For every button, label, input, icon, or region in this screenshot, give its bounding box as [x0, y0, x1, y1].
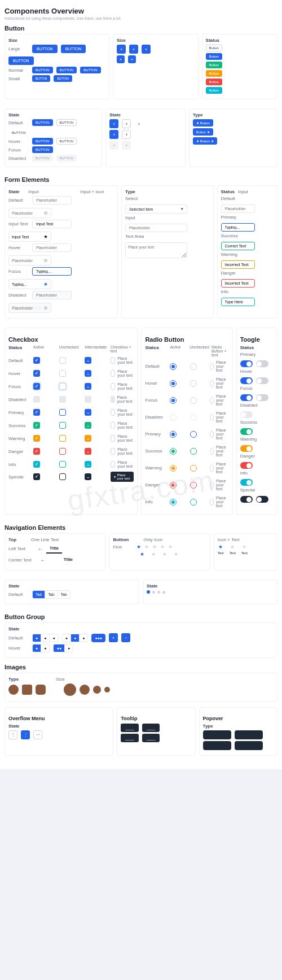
- input-focus[interactable]: [32, 267, 72, 276]
- ic-d1[interactable]: +: [109, 119, 118, 128]
- toggle-dark-off[interactable]: [256, 496, 268, 503]
- cb-def-t[interactable]: [111, 357, 115, 364]
- rb-s-t[interactable]: [210, 448, 214, 455]
- btn-status-primary[interactable]: Button: [206, 53, 222, 60]
- inputicon-focus[interactable]: ★: [8, 279, 51, 289]
- btn-small-2[interactable]: BUTTON: [54, 75, 72, 82]
- toggle-success[interactable]: [240, 428, 253, 435]
- cb-in-i[interactable]: –: [85, 461, 91, 468]
- cb-h-u[interactable]: [59, 370, 66, 377]
- btn-def3[interactable]: BUTTON: [8, 129, 29, 136]
- nav-star-4[interactable]: ★: [160, 544, 165, 550]
- cb-in-u[interactable]: [59, 461, 66, 468]
- bg-2c[interactable]: ●: [80, 634, 87, 642]
- dot-2[interactable]: [152, 591, 155, 594]
- rb-s-a[interactable]: [170, 448, 177, 455]
- toggle-warning[interactable]: [240, 445, 253, 452]
- rb-i-a[interactable]: [170, 499, 177, 506]
- nav-star-3[interactable]: ★: [152, 544, 157, 550]
- cb-dg-a[interactable]: ✓: [33, 448, 40, 455]
- input-text[interactable]: [32, 220, 72, 228]
- cb-dg-t[interactable]: [111, 448, 115, 455]
- rb-dg-u[interactable]: [190, 482, 197, 489]
- rb-d-a[interactable]: [170, 363, 177, 370]
- icon-btn-lg3[interactable]: +: [142, 45, 151, 54]
- cb-def-i[interactable]: –: [85, 357, 91, 364]
- btn-def[interactable]: BUTTON: [32, 119, 53, 126]
- cb-def-a[interactable]: ✓: [33, 357, 40, 364]
- cb-h-t[interactable]: [111, 370, 115, 377]
- input-default[interactable]: [32, 196, 72, 204]
- btn-status-default[interactable]: Button: [206, 45, 222, 51]
- dot-4[interactable]: [162, 591, 165, 594]
- bg-h2a[interactable]: ●●: [54, 644, 64, 652]
- status-input-default[interactable]: [221, 204, 255, 213]
- toggle-hover-off[interactable]: [256, 377, 268, 384]
- ic-h1[interactable]: +: [109, 130, 118, 139]
- cb-s-i[interactable]: –: [85, 422, 91, 429]
- btn-icon-both[interactable]: ★ Button ★: [193, 137, 217, 145]
- bg-1a[interactable]: ●: [33, 634, 41, 642]
- bg-2a[interactable]: ●: [63, 634, 71, 642]
- nav-item-2[interactable]: ★Text: [230, 544, 236, 555]
- rb-p-u[interactable]: [190, 431, 197, 438]
- nav-star-2[interactable]: ★: [144, 544, 149, 550]
- dot-3[interactable]: [157, 591, 160, 594]
- btn-icon-left[interactable]: ★ Button: [193, 119, 213, 127]
- nav-ic-2[interactable]: ★: [151, 551, 156, 557]
- select-field[interactable]: Selected item▾: [125, 204, 187, 214]
- textarea-field[interactable]: [125, 242, 187, 258]
- rb-i-u[interactable]: [190, 499, 197, 506]
- inputicon-hover[interactable]: ☆: [8, 255, 51, 265]
- nav-back-icon[interactable]: ←: [38, 546, 43, 552]
- toggle-danger[interactable]: [240, 462, 253, 469]
- inputicon-default[interactable]: ☆: [8, 208, 51, 218]
- cb-h-i[interactable]: –: [85, 370, 91, 377]
- toggle-primary-off[interactable]: [256, 360, 268, 367]
- inputicon-text[interactable]: ★: [8, 232, 51, 242]
- cb-sp-u[interactable]: [59, 473, 66, 480]
- overflow-btn-2[interactable]: ⋮: [21, 730, 30, 739]
- rb-d-t[interactable]: [210, 363, 214, 370]
- toggle-dark-on[interactable]: [240, 496, 253, 503]
- rb-h-u[interactable]: [190, 380, 197, 387]
- overflow-btn-3[interactable]: ⋯: [33, 730, 42, 739]
- icon-btn-lg[interactable]: +: [117, 45, 126, 54]
- rb-dg-t[interactable]: [210, 482, 214, 489]
- nav-ic-1[interactable]: ★: [140, 551, 144, 557]
- status-input-info[interactable]: [221, 298, 255, 306]
- rb-w-u[interactable]: [190, 465, 197, 472]
- toggle-info[interactable]: [240, 479, 253, 486]
- input-hover[interactable]: [32, 243, 72, 252]
- nav-ic-3[interactable]: ★: [162, 551, 167, 557]
- btn-large-2[interactable]: BUTTON: [61, 45, 86, 53]
- rb-f-a[interactable]: [170, 397, 177, 404]
- btn-small-1[interactable]: BUTTON: [32, 75, 50, 82]
- nav-title-1[interactable]: Title: [46, 544, 62, 554]
- cb-f-a[interactable]: ✓: [33, 383, 40, 390]
- cb-w-a[interactable]: ✓: [33, 435, 40, 442]
- btn-def2[interactable]: BUTTON: [56, 119, 77, 126]
- cb-w-t[interactable]: [111, 435, 115, 442]
- rb-dg-a[interactable]: [170, 482, 177, 489]
- btn-hov2[interactable]: BUTTON: [56, 138, 77, 145]
- bg-ic2[interactable]: −: [121, 633, 130, 642]
- nav-back-icon2[interactable]: ←: [41, 557, 46, 563]
- cb-f-t[interactable]: [111, 383, 115, 390]
- nav-title-2[interactable]: Title: [60, 555, 76, 565]
- btn-foc[interactable]: BUTTON: [32, 146, 53, 153]
- cb-h-a[interactable]: ✓: [33, 370, 40, 377]
- overflow-btn-1[interactable]: ⋮: [8, 730, 17, 739]
- status-input-warning[interactable]: [221, 260, 255, 269]
- rb-w-a[interactable]: [170, 465, 177, 472]
- nav-star-5[interactable]: ★: [168, 544, 173, 550]
- ic-d3[interactable]: +: [134, 119, 143, 128]
- bg-h1b[interactable]: ●: [41, 644, 49, 652]
- btn-icon-right[interactable]: Button ★: [193, 128, 213, 136]
- btn-status-success[interactable]: Button: [206, 62, 222, 68]
- btn-normal-1[interactable]: BUTTON: [32, 67, 53, 73]
- rb-f-t[interactable]: [210, 397, 214, 404]
- toggle-hover-on[interactable]: [240, 377, 253, 384]
- toggle-focus-on[interactable]: [240, 394, 253, 401]
- icon-btn-md2[interactable]: +: [128, 55, 136, 63]
